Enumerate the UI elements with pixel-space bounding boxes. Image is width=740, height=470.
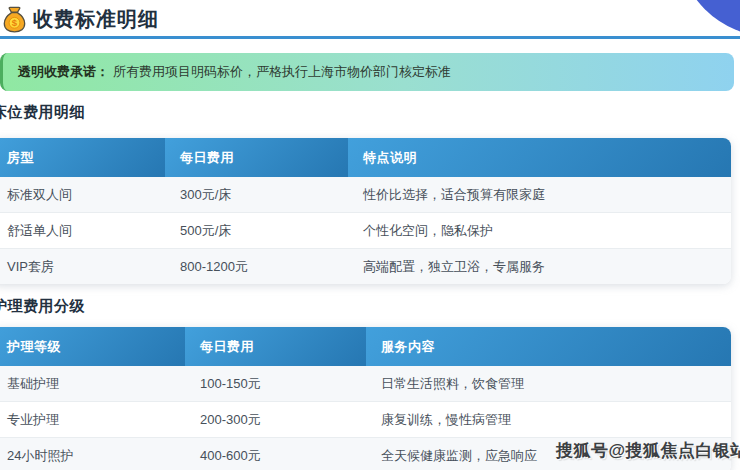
table-row: 舒适单人间 500元/床 个性化空间，隐私保护 — [0, 212, 731, 248]
section-heading-bed-fees: 床位费用明细 — [0, 103, 85, 122]
cell-care-level: 基础护理 — [0, 366, 185, 401]
moneybag-icon: $ — [3, 6, 26, 33]
cell-care-level: 专业护理 — [0, 401, 185, 437]
cell-daily-fee: 500元/床 — [165, 212, 348, 248]
table-header-row: 护理等级 每日费用 服务内容 — [0, 327, 731, 366]
svg-text:$: $ — [12, 17, 18, 28]
title-divider-line — [0, 36, 740, 39]
corner-decoration-circle — [677, 0, 740, 37]
cell-daily-fee: 400-600元 — [185, 437, 366, 470]
cell-daily-fee: 300元/床 — [165, 177, 348, 212]
column-header-daily-fee: 每日费用 — [165, 138, 348, 177]
cell-daily-fee: 100-150元 — [185, 366, 366, 401]
page-header: $ 收费标准明细 — [3, 4, 159, 34]
column-header-care-level: 护理等级 — [0, 327, 185, 366]
column-header-daily-fee: 每日费用 — [185, 327, 366, 366]
table-row: 基础护理 100-150元 日常生活照料，饮食管理 — [0, 366, 731, 401]
cell-room-type: 舒适单人间 — [0, 212, 165, 248]
cell-daily-fee: 200-300元 — [185, 401, 366, 437]
cell-features: 高端配置，独立卫浴，专属服务 — [348, 248, 731, 284]
cell-room-type: VIP套房 — [0, 248, 165, 284]
cell-daily-fee: 800-1200元 — [165, 248, 348, 284]
section-heading-care-fees: 护理费用分级 — [0, 297, 85, 316]
table-row: 标准双人间 300元/床 性价比选择，适合预算有限家庭 — [0, 177, 731, 212]
column-header-features: 特点说明 — [348, 138, 731, 177]
column-header-room-type: 房型 — [0, 138, 165, 177]
bed-fees-table: 房型 每日费用 特点说明 标准双人间 300元/床 性价比选择，适合预算有限家庭… — [0, 138, 731, 284]
page-title: 收费标准明细 — [33, 6, 159, 33]
cell-care-level: 24小时照护 — [0, 437, 185, 470]
sohu-watermark: 搜狐号@搜狐焦点白银站 — [556, 439, 740, 462]
cell-services: 康复训练，慢性病管理 — [366, 401, 731, 437]
promise-banner-label: 透明收费承诺： — [18, 63, 109, 81]
table-row: VIP套房 800-1200元 高端配置，独立卫浴，专属服务 — [0, 248, 731, 284]
cell-features: 个性化空间，隐私保护 — [348, 212, 731, 248]
table-header-row: 房型 每日费用 特点说明 — [0, 138, 731, 177]
column-header-services: 服务内容 — [366, 327, 731, 366]
promise-banner-text: 所有费用项目明码标价，严格执行上海市物价部门核定标准 — [113, 63, 451, 81]
cell-services: 日常生活照料，饮食管理 — [366, 366, 731, 401]
cell-features: 性价比选择，适合预算有限家庭 — [348, 177, 731, 212]
promise-banner: 透明收费承诺： 所有费用项目明码标价，严格执行上海市物价部门核定标准 — [0, 53, 734, 91]
fee-detail-page: $ 收费标准明细 透明收费承诺： 所有费用项目明码标价，严格执行上海市物价部门核… — [0, 0, 740, 470]
table-row: 专业护理 200-300元 康复训练，慢性病管理 — [0, 401, 731, 437]
cell-room-type: 标准双人间 — [0, 177, 165, 212]
